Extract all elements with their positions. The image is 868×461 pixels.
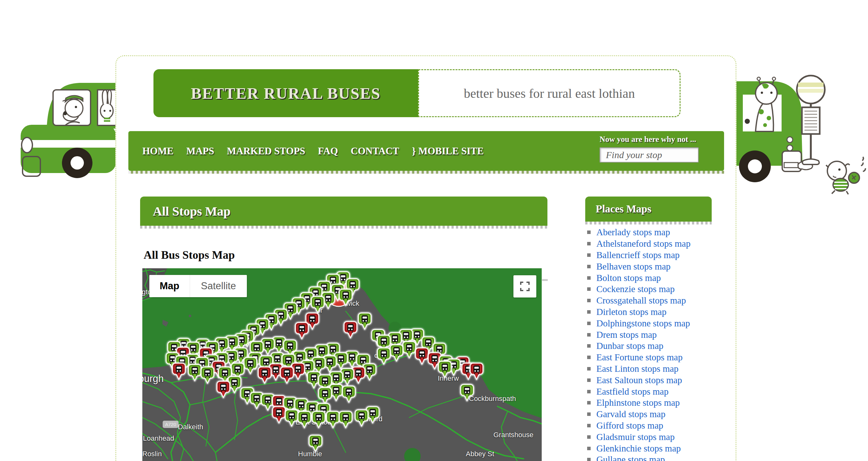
list-item: Drem stops map	[585, 329, 719, 340]
nav-item-marked-stops[interactable]: MARKED STOPS	[227, 145, 305, 157]
bus-stop-marker-red[interactable]	[280, 366, 294, 385]
list-item: Dunbar stops map	[585, 340, 719, 352]
place-link-gullane-stops-map[interactable]: Gullane stops map	[596, 454, 665, 461]
list-item: Eastfield stops map	[585, 386, 719, 397]
bullet-icon	[587, 310, 591, 314]
main-navigation: HOMEMAPSMARKED STOPSFAQCONTACT} MOBILE S…	[128, 131, 724, 171]
bus-stop-marker-green[interactable]	[358, 312, 372, 331]
search-input[interactable]	[599, 147, 699, 163]
bullet-icon	[587, 276, 591, 280]
bullet-icon	[587, 253, 591, 257]
place-link-aberlady-stops-map[interactable]: Aberlady stops map	[596, 227, 670, 237]
places-maps-bar: Places Maps	[585, 197, 712, 222]
bullet-icon	[587, 378, 591, 382]
place-link-east-fortune-stops-map[interactable]: East Fortune stops map	[596, 352, 682, 363]
bus-stop-marker-green[interactable]	[460, 384, 474, 402]
place-link-dolphingstone-stops-map[interactable]: Dolphingstone stops map	[596, 318, 690, 329]
bus-stop-marker-green[interactable]	[342, 386, 356, 404]
map-type-button-map[interactable]: Map	[149, 275, 190, 297]
stop-search: Now you are here why not ...	[599, 135, 701, 163]
nav-item-mobile-site[interactable]: } MOBILE SITE	[412, 145, 484, 157]
bus-stop-marker-red[interactable]	[172, 363, 186, 381]
bus-stop-marker-green[interactable]	[297, 411, 312, 429]
bus-stop-marker-green[interactable]	[338, 289, 353, 307]
nav-item-faq[interactable]: FAQ	[318, 145, 338, 157]
bullet-icon	[587, 435, 591, 439]
nav-item-home[interactable]: HOME	[142, 145, 174, 157]
bullet-icon	[587, 413, 591, 416]
cartoon-bus-right-illustration	[736, 70, 868, 195]
place-link-dirleton-stops-map[interactable]: Dirleton stops map	[596, 307, 666, 317]
place-link-athelstaneford-stops-map[interactable]: Athelstaneford stops map	[596, 238, 690, 249]
bullet-icon	[587, 242, 591, 245]
list-item: Crossgatehall stops map	[585, 295, 719, 306]
nav-item-contact[interactable]: CONTACT	[351, 145, 399, 157]
place-link-gifford-stops-map[interactable]: Gifford stops map	[596, 420, 663, 431]
map-type-button-satellite[interactable]: Satellite	[190, 275, 247, 297]
bus-stop-marker-green[interactable]	[308, 435, 323, 453]
place-link-belhaven-stops-map[interactable]: Belhaven stops map	[596, 261, 671, 272]
list-item: Elphinstone stops map	[585, 397, 719, 408]
bus-stop-marker-red[interactable]	[294, 322, 309, 340]
bus-stop-marker-green[interactable]	[243, 357, 258, 375]
place-link-cockenzie-stops-map[interactable]: Cockenzie stops map	[596, 284, 675, 294]
fullscreen-button[interactable]	[514, 275, 536, 297]
place-link-east-linton-stops-map[interactable]: East Linton stops map	[596, 364, 679, 374]
bullet-icon	[587, 401, 591, 404]
bus-stop-marker-green[interactable]	[437, 361, 452, 379]
list-item: Aberlady stops map	[585, 227, 719, 238]
bus-stop-marker-green[interactable]	[310, 296, 325, 314]
place-link-bolton-stops-map[interactable]: Bolton stops map	[596, 273, 661, 283]
place-link-dunbar-stops-map[interactable]: Dunbar stops map	[596, 341, 663, 351]
place-link-gladsmuir-stops-map[interactable]: Gladsmuir stops map	[596, 432, 675, 442]
bus-stop-marker-green[interactable]	[389, 344, 404, 363]
page-title: All Stops Map	[140, 204, 231, 219]
list-item: Bolton stops map	[585, 272, 719, 284]
bus-stop-marker-red[interactable]	[257, 366, 272, 385]
bus-stop-marker-green[interactable]	[376, 347, 391, 366]
place-link-eastfield-stops-map[interactable]: Eastfield stops map	[596, 386, 669, 397]
place-link-drem-stops-map[interactable]: Drem stops map	[596, 330, 657, 340]
list-item: East Fortune stops map	[585, 352, 719, 363]
place-link-garvald-stops-map[interactable]: Garvald stops map	[596, 409, 665, 419]
list-item: Gullane stops map	[585, 454, 719, 461]
bus-stop-marker-red[interactable]	[216, 381, 231, 399]
place-link-elphinstone-stops-map[interactable]: Elphinstone stops map	[596, 397, 680, 408]
place-link-glenkinchie-stops-map[interactable]: Glenkinchie stops map	[596, 443, 681, 454]
place-link-crossgatehall-stops-map[interactable]: Crossgatehall stops map	[596, 295, 686, 306]
bullet-icon	[587, 458, 591, 461]
bus-stop-marker-red[interactable]	[343, 321, 358, 339]
list-item: Glenkinchie stops map	[585, 442, 719, 454]
bus-stop-marker-green[interactable]	[311, 411, 326, 429]
bullet-icon	[587, 356, 591, 359]
place-link-ballencrieff-stops-map[interactable]: Ballencrieff stops map	[596, 250, 680, 260]
tagline-box: better buses for rural east lothian	[418, 69, 681, 117]
list-item: Athelstaneford stops map	[585, 238, 719, 250]
bullet-icon	[587, 447, 591, 450]
search-prompt: Now you are here why not ...	[599, 135, 701, 144]
place-link-east-saltoun-stops-map[interactable]: East Saltoun stops map	[596, 375, 682, 386]
road-shield-a720: A720	[163, 421, 179, 428]
bullet-icon	[587, 333, 591, 336]
bus-stops-map[interactable]: burghngtonDalkeithLoanheadRoslinHumbieEa…	[142, 268, 542, 461]
list-item: Belhaven stops map	[585, 261, 719, 272]
list-item: Garvald stops map	[585, 408, 719, 420]
cartoon-bus-left-illustration	[18, 78, 116, 179]
bus-stop-marker-red[interactable]	[469, 363, 484, 381]
bullet-icon	[587, 390, 591, 393]
bus-stop-marker-green[interactable]	[200, 366, 215, 385]
map-type-control: Map Satellite	[149, 275, 247, 297]
list-item: Ballencrieff stops map	[585, 250, 719, 261]
list-item: East Linton stops map	[585, 363, 719, 375]
scrollbar-fragment	[542, 279, 548, 281]
all-stops-map-bar: All Stops Map	[140, 197, 548, 226]
list-item: Cockenzie stops map	[585, 284, 719, 295]
bus-stop-marker-green[interactable]	[338, 411, 353, 429]
nav-item-maps[interactable]: MAPS	[186, 145, 214, 157]
bullet-icon	[587, 344, 591, 348]
bus-stop-marker-green[interactable]	[354, 409, 369, 428]
list-item: East Saltoun stops map	[585, 374, 719, 386]
places-maps-list: Aberlady stops mapAthelstaneford stops m…	[585, 227, 719, 461]
bullet-icon	[587, 367, 591, 370]
bullet-icon	[587, 265, 591, 268]
